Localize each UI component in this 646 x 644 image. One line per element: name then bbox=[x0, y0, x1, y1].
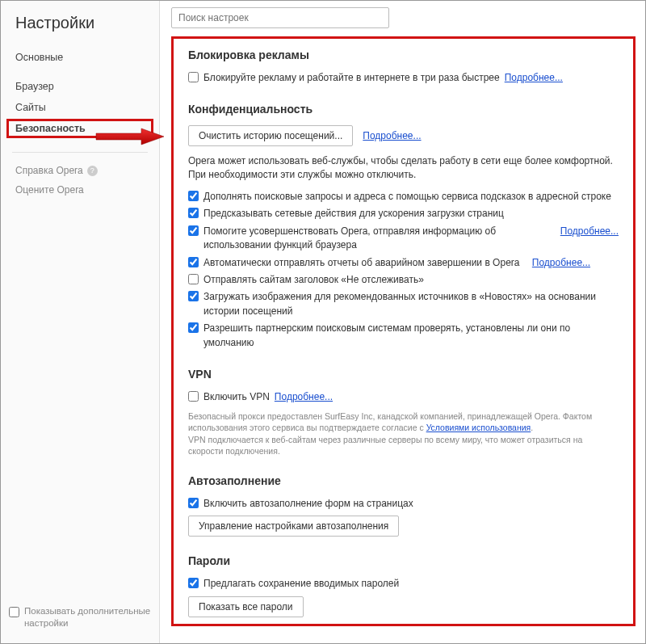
privacy-more-link[interactable]: Подробнее... bbox=[363, 130, 421, 141]
privacy-opt4-more[interactable]: Подробнее... bbox=[532, 256, 590, 270]
settings-content: Блокировка рекламы Блокируйте рекламу и … bbox=[171, 36, 636, 626]
adblock-more-link[interactable]: Подробнее... bbox=[505, 71, 563, 85]
privacy-opt7-label: Разрешить партнерским поисковым системам… bbox=[203, 322, 619, 350]
privacy-desc: Opera может использовать веб-службы, что… bbox=[188, 154, 619, 182]
section-autofill: Автозаполнение Включить автозаполнение ф… bbox=[188, 474, 619, 537]
sidebar-item-security[interactable]: Безопасность bbox=[7, 120, 153, 137]
privacy-opt1-label: Дополнять поисковые запросы и адреса с п… bbox=[203, 190, 611, 204]
passwords-show-button[interactable]: Показать все пароли bbox=[188, 596, 304, 617]
privacy-title: Конфиденциальность bbox=[188, 103, 619, 116]
passwords-title: Пароли bbox=[188, 554, 619, 567]
section-vpn: VPN Включить VPN Подробнее... Безопасный… bbox=[188, 368, 619, 457]
adblock-label: Блокируйте рекламу и работайте в интерне… bbox=[203, 71, 500, 85]
show-advanced-label: Показывать дополнительные настройки bbox=[24, 605, 151, 629]
sidebar-rate[interactable]: Оцените Opera bbox=[1, 180, 159, 200]
autofill-checkbox[interactable] bbox=[188, 498, 199, 508]
show-advanced-checkbox[interactable] bbox=[9, 607, 19, 617]
passwords-label: Предлагать сохранение вводимых паролей bbox=[203, 577, 399, 591]
vpn-more-link[interactable]: Подробнее... bbox=[275, 390, 333, 404]
nav-primary: Основные bbox=[1, 47, 159, 76]
vpn-fineprint: Безопасный прокси предоставлен SurfEasy … bbox=[188, 410, 619, 457]
privacy-opt5-label: Отправлять сайтам заголовок «Не отслежив… bbox=[203, 273, 424, 287]
search-input[interactable] bbox=[171, 7, 389, 28]
privacy-opt4-checkbox[interactable] bbox=[188, 257, 199, 267]
privacy-opt2-label: Предсказывать сетевые действия для ускор… bbox=[203, 207, 504, 221]
privacy-opt3-more[interactable]: Подробнее... bbox=[560, 225, 619, 238]
privacy-opt4-label: Автоматически отправлять отчеты об авари… bbox=[203, 256, 519, 270]
privacy-opt3-checkbox[interactable] bbox=[188, 225, 199, 236]
section-privacy: Конфиденциальность Очистить историю посе… bbox=[188, 103, 619, 350]
sidebar: Настройки Основные Браузер Сайты Безопас… bbox=[1, 1, 160, 643]
vpn-label: Включить VPN bbox=[203, 390, 270, 404]
autofill-label: Включить автозаполнение форм на страница… bbox=[203, 497, 413, 511]
adblock-title: Блокировка рекламы bbox=[188, 48, 619, 61]
nav-secondary: Браузер Сайты Безопасность bbox=[1, 76, 159, 147]
vpn-title: VPN bbox=[188, 368, 619, 381]
privacy-opt6-checkbox[interactable] bbox=[188, 291, 199, 301]
clear-history-button[interactable]: Очистить историю посещений... bbox=[188, 125, 353, 146]
page-title: Настройки bbox=[1, 9, 159, 47]
sidebar-help-label: Справка Opera bbox=[15, 165, 83, 176]
passwords-checkbox[interactable] bbox=[188, 578, 199, 588]
section-adblock: Блокировка рекламы Блокируйте рекламу и … bbox=[188, 48, 619, 85]
privacy-opt6-label: Загружать изображения для рекомендованны… bbox=[203, 290, 619, 318]
vpn-checkbox[interactable] bbox=[188, 391, 199, 402]
sidebar-item-sites[interactable]: Сайты bbox=[1, 97, 159, 118]
main: Блокировка рекламы Блокируйте рекламу и … bbox=[160, 1, 645, 643]
vpn-fine1b: . bbox=[531, 423, 533, 432]
sidebar-item-browser[interactable]: Браузер bbox=[1, 76, 159, 97]
privacy-opt7-checkbox[interactable] bbox=[188, 322, 199, 333]
privacy-opt1-checkbox[interactable] bbox=[188, 191, 199, 201]
sidebar-help[interactable]: Справка Opera ? bbox=[1, 161, 159, 180]
autofill-title: Автозаполнение bbox=[188, 474, 619, 487]
privacy-opt5-checkbox[interactable] bbox=[188, 274, 199, 284]
adblock-checkbox[interactable] bbox=[188, 72, 199, 82]
sidebar-rate-label: Оцените Opera bbox=[15, 184, 84, 196]
section-passwords: Пароли Предлагать сохранение вводимых па… bbox=[188, 554, 619, 617]
privacy-opt2-checkbox[interactable] bbox=[188, 208, 199, 218]
vpn-terms-link[interactable]: Условиями использования bbox=[426, 423, 531, 432]
sidebar-item-basic[interactable]: Основные bbox=[1, 47, 159, 68]
help-icon: ? bbox=[87, 166, 98, 176]
show-advanced-row: Показывать дополнительные настройки bbox=[1, 597, 159, 643]
autofill-manage-button[interactable]: Управление настройками автозаполнения bbox=[188, 516, 399, 537]
vpn-fine2: VPN подключается к веб-сайтам через разл… bbox=[188, 435, 582, 456]
privacy-opt3-label: Помогите усовершенствовать Opera, отправ… bbox=[203, 225, 547, 253]
divider bbox=[12, 152, 148, 153]
